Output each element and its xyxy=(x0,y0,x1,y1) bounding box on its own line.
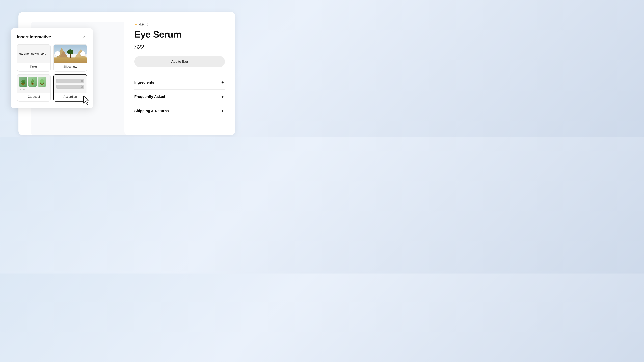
dialog-title: Insert interactive xyxy=(17,34,51,39)
shipping-returns-label: Shipping & Returns xyxy=(134,109,169,113)
slideshow-next-button[interactable]: → xyxy=(80,51,85,56)
plant-3-svg xyxy=(38,77,46,87)
accordion-preview-container: ▼ ▼ xyxy=(54,75,87,93)
svg-point-14 xyxy=(32,79,34,82)
ingredients-expand-icon: + xyxy=(220,80,225,85)
cursor xyxy=(82,95,91,105)
product-price: $22 xyxy=(134,43,225,51)
ingredients-label: Ingredients xyxy=(134,80,154,85)
tree-canopy xyxy=(67,49,73,54)
accordion-arrow-2: ▼ xyxy=(81,85,83,88)
slideshow-preview: ← → xyxy=(54,44,87,63)
accordion-row-1: ▼ xyxy=(56,79,84,83)
close-button[interactable]: × xyxy=(82,34,87,39)
ticker-item[interactable]: OW SHOP NOW SHOP N Ticker xyxy=(17,44,51,71)
ticker-text-preview: OW SHOP NOW SHOP N xyxy=(17,44,50,63)
accordion-preview: ▼ ▼ xyxy=(54,75,87,93)
carousel-right-arrow: → xyxy=(23,88,25,91)
rating-text: 4.9 / 5 xyxy=(139,22,148,26)
carousel-arrows: ← → xyxy=(19,88,25,91)
carousel-preview: ← → xyxy=(17,75,50,93)
carousel-thumb-2 xyxy=(28,77,37,87)
frequently-asked-accordion-item[interactable]: Frequently Asked + xyxy=(134,90,225,104)
ticker-label: Ticker xyxy=(17,65,50,68)
svg-point-18 xyxy=(40,79,44,83)
accordion-label: Accordion xyxy=(54,95,87,98)
carousel-preview-container: ← → xyxy=(17,75,50,93)
carousel-thumb-1 xyxy=(19,77,27,87)
shipping-returns-expand-icon: + xyxy=(220,109,225,113)
product-rating: ★ 4.9 / 5 xyxy=(134,22,225,26)
slideshow-item[interactable]: ← → Slideshow xyxy=(53,44,87,71)
slideshow-image-container: ← → xyxy=(54,44,87,63)
carousel-thumb-3 xyxy=(38,77,46,87)
carousel-thumbnails xyxy=(19,77,46,87)
slideshow-prev-button[interactable]: ← xyxy=(55,51,60,56)
product-title: Eye Serum xyxy=(134,29,225,39)
ticker-text: OW SHOP NOW SHOP N xyxy=(19,53,46,55)
dialog-header: Insert interactive × xyxy=(17,34,87,39)
accordion-arrow-1: ▼ xyxy=(81,80,83,82)
product-panel: ★ 4.9 / 5 Eye Serum $22 Add to Bag Ingre… xyxy=(124,12,235,135)
add-to-bag-button[interactable]: Add to Bag xyxy=(134,56,225,67)
cursor-svg xyxy=(82,95,91,105)
desert-tree xyxy=(67,49,73,58)
plant-2-svg xyxy=(28,77,37,87)
ingredients-accordion-item[interactable]: Ingredients + xyxy=(134,75,225,90)
carousel-label: Carousel xyxy=(17,95,50,98)
slideshow-label: Slideshow xyxy=(54,65,87,68)
plant-1-svg xyxy=(19,77,27,87)
product-accordion: Ingredients + Frequently Asked + Shippin… xyxy=(134,75,225,118)
insert-interactive-dialog: Insert interactive × OW SHOP NOW SHOP N … xyxy=(11,28,93,108)
desert-ground xyxy=(54,57,87,63)
accordion-item[interactable]: ▼ ▼ Accordion xyxy=(53,74,87,102)
frequently-asked-expand-icon: + xyxy=(220,94,225,99)
tree-trunk xyxy=(70,54,71,58)
dialog-grid: OW SHOP NOW SHOP N Ticker xyxy=(17,44,87,102)
star-icon: ★ xyxy=(134,22,138,26)
ticker-preview: OW SHOP NOW SHOP N xyxy=(17,44,50,63)
carousel-item[interactable]: ← → Carousel xyxy=(17,74,51,102)
accordion-row-2: ▼ xyxy=(56,85,84,89)
frequently-asked-label: Frequently Asked xyxy=(134,94,165,99)
carousel-left-arrow: ← xyxy=(19,88,22,91)
shipping-returns-accordion-item[interactable]: Shipping & Returns + xyxy=(134,104,225,118)
